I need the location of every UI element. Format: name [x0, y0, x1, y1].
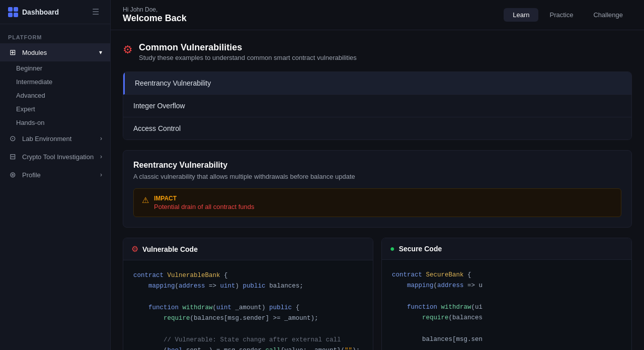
sidebar-item-profile[interactable]: ⊛ Profile ›	[0, 166, 110, 184]
vulnerable-code-header: ⚙ Vulnerable Code	[123, 238, 373, 260]
secure-code-block: contract SecureBank { mapping(address =>…	[382, 260, 631, 350]
lab-environment-icon: ⊙	[8, 134, 17, 143]
content-area: ⚙ Common Vulnerabilities Study these exa…	[111, 30, 644, 350]
modules-icon: ⊞	[8, 48, 17, 57]
vulnerability-list: Reentrancy Vulnerability Integer Overflo…	[123, 72, 632, 140]
profile-chevron-icon: ›	[100, 171, 102, 178]
detail-title: Reentrancy Vulnerability	[133, 161, 621, 170]
warning-icon: ⚠	[142, 195, 149, 205]
vuln-code-title: Vulnerable Code	[142, 245, 198, 253]
tab-learn[interactable]: Learn	[504, 8, 538, 22]
tab-practice[interactable]: Practice	[540, 8, 582, 22]
vuln-code-block: contract VulnerableBank { mapping(addres…	[123, 260, 373, 350]
detail-panel: Reentrancy Vulnerability A classic vulne…	[123, 150, 632, 228]
vuln-item-integer-overflow[interactable]: Integer Overflow	[123, 95, 631, 117]
sidebar-sub-item-advanced[interactable]: Advanced	[15, 89, 110, 102]
secure-code-panel: ● Secure Code contract SecureBank { mapp…	[381, 238, 632, 350]
secure-code-header: ● Secure Code	[382, 238, 631, 260]
sidebar-collapse-button[interactable]: ☰	[89, 6, 102, 18]
topbar-welcome-text: Welcome Back	[123, 13, 496, 24]
vuln-code-icon: ⚙	[131, 244, 138, 254]
topbar-welcome: Hi John Doe, Welcome Back	[123, 6, 496, 24]
sidebar-sub-item-beginner[interactable]: Beginner	[15, 61, 110, 75]
impact-content: Impact Potential drain of all contract f…	[154, 195, 254, 211]
sidebar-section-platform: Platform	[0, 24, 110, 43]
impact-box: ⚠ Impact Potential drain of all contract…	[133, 188, 621, 217]
vuln-item-reentrancy[interactable]: Reentrancy Vulnerability	[123, 72, 631, 95]
sidebar-title: Dashboard	[22, 8, 59, 16]
sidebar: Dashboard ☰ Platform ⊞ Modules ▾ Beginne…	[0, 0, 111, 350]
code-panels: ⚙ Vulnerable Code contract VulnerableBan…	[123, 238, 632, 350]
sidebar-item-profile-label: Profile	[22, 171, 41, 179]
tab-challenge[interactable]: Challenge	[584, 8, 632, 22]
detail-desc: A classic vulnerability that allows mult…	[133, 173, 621, 180]
crypto-tool-icon: ⊟	[8, 152, 17, 161]
impact-label: Impact	[154, 195, 254, 202]
topbar-greeting: Hi John Doe,	[123, 6, 496, 13]
vulnerable-code-panel: ⚙ Vulnerable Code contract VulnerableBan…	[123, 238, 373, 350]
sidebar-sub-item-intermediate[interactable]: Intermediate	[15, 75, 110, 89]
main-content: Hi John Doe, Welcome Back Learn Practice…	[111, 0, 644, 350]
sidebar-item-crypto-label: Crypto Tool Investigation	[22, 153, 94, 161]
sidebar-sub-item-expert[interactable]: Expert	[15, 102, 110, 116]
topbar-tabs: Learn Practice Challenge	[504, 8, 632, 22]
lab-chevron-icon: ›	[100, 135, 102, 142]
dashboard-logo	[8, 7, 18, 17]
sidebar-item-modules[interactable]: ⊞ Modules ▾	[0, 43, 110, 61]
crypto-tool-chevron-icon: ›	[100, 153, 102, 160]
sidebar-item-modules-label: Modules	[22, 49, 47, 56]
sidebar-item-lab-label: Lab Environment	[22, 135, 71, 143]
secure-code-icon: ●	[390, 244, 395, 253]
modules-sub-items: Beginner Intermediate Advanced Expert Ha…	[0, 61, 110, 129]
section-title: Common Vulnerabilities	[139, 42, 357, 53]
modules-chevron-icon: ▾	[99, 49, 102, 56]
bug-icon: ⚙	[123, 43, 133, 56]
impact-text: Potential drain of all contract funds	[154, 203, 254, 211]
section-title-block: Common Vulnerabilities Study these examp…	[139, 42, 357, 61]
section-desc: Study these examples to understand commo…	[139, 54, 357, 61]
secure-code-title: Secure Code	[399, 245, 442, 253]
section-header: ⚙ Common Vulnerabilities Study these exa…	[123, 42, 632, 61]
vuln-item-access-control[interactable]: Access Control	[123, 117, 631, 139]
sidebar-item-crypto-tool[interactable]: ⊟ Crypto Tool Investigation ›	[0, 148, 110, 166]
topbar: Hi John Doe, Welcome Back Learn Practice…	[111, 0, 644, 30]
sidebar-sub-item-hands-on[interactable]: Hands-on	[15, 116, 110, 129]
sidebar-header: Dashboard ☰	[0, 0, 110, 24]
sidebar-item-lab-environment[interactable]: ⊙ Lab Environment ›	[0, 129, 110, 148]
profile-icon: ⊛	[8, 170, 17, 179]
